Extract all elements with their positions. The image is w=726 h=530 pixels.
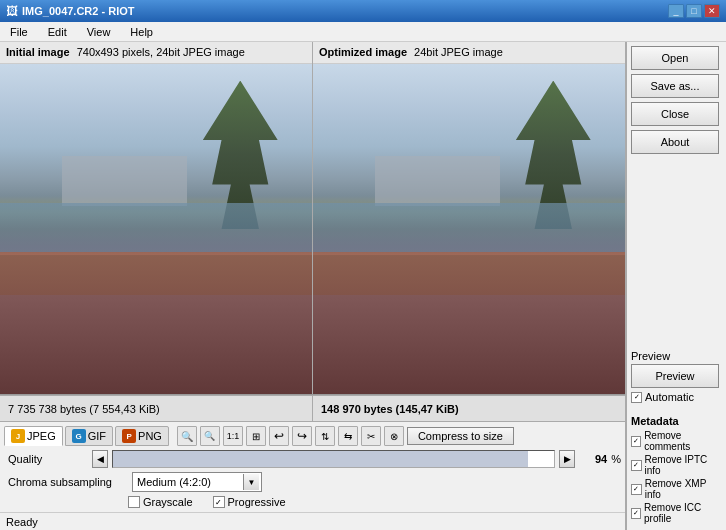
- controls-area: J JPEG G GIF P PNG 🔍 🔍 1:1: [0, 421, 625, 512]
- left-panel: Initial image 740x493 pixels, 24bit JPEG…: [0, 42, 626, 530]
- status-text: Ready: [6, 516, 38, 528]
- meta-item-icc: Remove ICC profile: [631, 502, 722, 524]
- remove-icc-label: Remove ICC profile: [644, 502, 722, 524]
- zoom-in-icon[interactable]: 🔍: [177, 426, 197, 446]
- meta-item-iptc: Remove IPTC info: [631, 454, 722, 476]
- initial-file-size: 7 735 738 bytes (7 554,43 KiB): [0, 396, 313, 421]
- remove-comments-checkbox[interactable]: [631, 436, 641, 447]
- quality-slider-fill: [113, 451, 528, 467]
- side-spacer: [631, 158, 722, 338]
- tab-jpeg[interactable]: J JPEG: [4, 426, 63, 446]
- optimized-image-section: Optimized image 24bit JPEG image: [313, 42, 625, 394]
- window-frame: 🖼 IMG_0047.CR2 - RIOT _ □ ✕ File Edit Vi…: [0, 0, 726, 530]
- title-bar-controls: _ □ ✕: [668, 4, 720, 18]
- menu-bar: File Edit View Help: [0, 22, 726, 42]
- remove-xmp-checkbox[interactable]: [631, 484, 642, 495]
- toolbar-icons: 🔍 🔍 1:1 ⊞ ↩ ↪ ⇅ ⇆ ✂ ⊗ Compress to size: [177, 426, 514, 446]
- progressive-label: Progressive: [228, 496, 286, 508]
- preview-button[interactable]: Preview: [631, 364, 719, 388]
- quality-percent: %: [611, 453, 621, 465]
- crop-icon[interactable]: ✂: [361, 426, 381, 446]
- menu-view[interactable]: View: [81, 24, 117, 40]
- jpeg-icon: J: [11, 429, 25, 443]
- optimized-image-viewport: [313, 64, 625, 394]
- auto-row: Automatic: [631, 391, 722, 403]
- grayscale-checkbox-item[interactable]: Grayscale: [128, 496, 193, 508]
- initial-image-section: Initial image 740x493 pixels, 24bit JPEG…: [0, 42, 313, 394]
- flip-v-icon[interactable]: ⇅: [315, 426, 335, 446]
- progressive-checkbox-item[interactable]: Progressive: [213, 496, 286, 508]
- remove-iptc-label: Remove IPTC info: [645, 454, 722, 476]
- app-icon: 🖼: [6, 4, 18, 18]
- quality-row: Quality ◀ ▶ 94 %: [4, 450, 621, 468]
- main-content: Initial image 740x493 pixels, 24bit JPEG…: [0, 42, 726, 530]
- png-icon: P: [122, 429, 136, 443]
- zoom-100-icon[interactable]: 1:1: [223, 426, 243, 446]
- quality-increase-btn[interactable]: ▶: [559, 450, 575, 468]
- quality-value: 94: [579, 453, 607, 465]
- menu-help[interactable]: Help: [124, 24, 159, 40]
- gif-icon: G: [72, 429, 86, 443]
- remove-icon[interactable]: ⊗: [384, 426, 404, 446]
- initial-image-viewport: [0, 64, 312, 394]
- remove-icc-checkbox[interactable]: [631, 508, 641, 519]
- close-button[interactable]: ✕: [704, 4, 720, 18]
- menu-edit[interactable]: Edit: [42, 24, 73, 40]
- tabs-row: J JPEG G GIF P PNG 🔍 🔍 1:1: [4, 426, 621, 446]
- remove-iptc-checkbox[interactable]: [631, 460, 642, 471]
- automatic-checkbox[interactable]: [631, 392, 642, 403]
- initial-image-placeholder: [0, 64, 312, 394]
- quality-decrease-btn[interactable]: ◀: [92, 450, 108, 468]
- chroma-row: Chroma subsampling Medium (4:2:0) ▼: [4, 472, 621, 492]
- automatic-label: Automatic: [645, 391, 694, 403]
- checkboxes-row: Grayscale Progressive: [4, 496, 621, 508]
- status-bar: Ready: [0, 512, 625, 530]
- preview-group-label: Preview: [631, 350, 722, 362]
- title-bar: 🖼 IMG_0047.CR2 - RIOT _ □ ✕: [0, 0, 726, 22]
- optimized-image-label: Optimized image 24bit JPEG image: [313, 42, 625, 64]
- meta-item-comments: Remove comments: [631, 430, 722, 452]
- preview-group: Preview Preview Automatic: [631, 350, 722, 403]
- file-info-bar: 7 735 738 bytes (7 554,43 KiB) 148 970 b…: [0, 395, 625, 421]
- remove-comments-label: Remove comments: [644, 430, 722, 452]
- open-button[interactable]: Open: [631, 46, 719, 70]
- optimized-image-placeholder: [313, 64, 625, 394]
- optimized-file-size: 148 970 bytes (145,47 KiB): [313, 396, 625, 421]
- window-title: IMG_0047.CR2 - RIOT: [22, 5, 134, 17]
- chroma-label: Chroma subsampling: [8, 476, 128, 488]
- menu-file[interactable]: File: [4, 24, 34, 40]
- compress-button[interactable]: Compress to size: [407, 427, 514, 445]
- progressive-checkbox[interactable]: [213, 496, 225, 508]
- minimize-button[interactable]: _: [668, 4, 684, 18]
- title-bar-left: 🖼 IMG_0047.CR2 - RIOT: [6, 4, 134, 18]
- metadata-title: Metadata: [631, 415, 722, 427]
- tab-png[interactable]: P PNG: [115, 426, 169, 446]
- right-panel: Open Save as... Close About Preview Prev…: [626, 42, 726, 530]
- remove-xmp-label: Remove XMP info: [645, 478, 722, 500]
- rotate-right-icon[interactable]: ↪: [292, 426, 312, 446]
- save-as-button[interactable]: Save as...: [631, 74, 719, 98]
- grayscale-checkbox[interactable]: [128, 496, 140, 508]
- chroma-dropdown-icon[interactable]: ▼: [243, 474, 259, 490]
- metadata-section: Metadata Remove comments Remove IPTC inf…: [631, 415, 722, 526]
- flip-h-icon[interactable]: ⇆: [338, 426, 358, 446]
- fit-icon[interactable]: ⊞: [246, 426, 266, 446]
- about-button[interactable]: About: [631, 130, 719, 154]
- quality-slider[interactable]: [112, 450, 555, 468]
- initial-image-label: Initial image 740x493 pixels, 24bit JPEG…: [0, 42, 312, 64]
- images-area: Initial image 740x493 pixels, 24bit JPEG…: [0, 42, 625, 395]
- meta-item-xmp: Remove XMP info: [631, 478, 722, 500]
- chroma-select[interactable]: Medium (4:2:0) ▼: [132, 472, 262, 492]
- grayscale-label: Grayscale: [143, 496, 193, 508]
- close-image-button[interactable]: Close: [631, 102, 719, 126]
- maximize-button[interactable]: □: [686, 4, 702, 18]
- tab-gif[interactable]: G GIF: [65, 426, 113, 446]
- zoom-out-icon[interactable]: 🔍: [200, 426, 220, 446]
- quality-label: Quality: [8, 453, 88, 465]
- rotate-left-icon[interactable]: ↩: [269, 426, 289, 446]
